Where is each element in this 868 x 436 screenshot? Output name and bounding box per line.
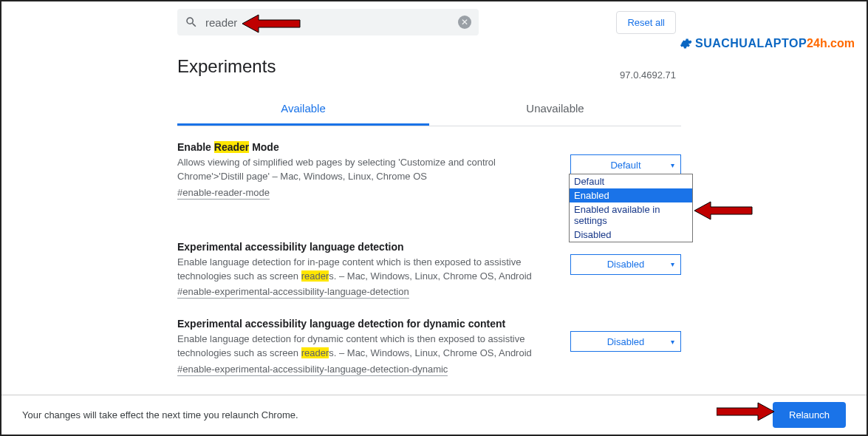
- tab-unavailable[interactable]: Unavailable: [429, 95, 681, 126]
- flag-title: Experimental accessibility language dete…: [177, 318, 681, 330]
- clear-search-icon[interactable]: ✕: [458, 16, 471, 29]
- flag-select[interactable]: Disabled ▾: [570, 254, 681, 275]
- flag-accessibility-lang-detection: Experimental accessibility language dete…: [177, 241, 681, 299]
- flag-select[interactable]: Disabled ▾: [570, 331, 681, 352]
- tab-available[interactable]: Available: [177, 95, 429, 126]
- tabs: Available Unavailable: [177, 95, 681, 126]
- flag-select[interactable]: Default ▾: [570, 154, 681, 175]
- svg-marker-0: [242, 15, 300, 33]
- page-title: Experiments: [177, 56, 867, 77]
- highlight: Reader: [214, 141, 249, 153]
- flag-hash-link[interactable]: #enable-experimental-accessibility-langu…: [177, 286, 409, 299]
- relaunch-button[interactable]: Relaunch: [773, 402, 846, 428]
- chevron-down-icon: ▾: [671, 161, 674, 169]
- select-value: Default: [610, 160, 640, 171]
- search-icon: [185, 16, 198, 29]
- watermark-text-blue: SUACHUALAPTOP: [695, 37, 807, 50]
- annotation-arrow-dropdown: [694, 200, 753, 222]
- watermark-text-orange: 24h.com: [807, 37, 855, 50]
- dropdown-option-disabled[interactable]: Disabled: [570, 228, 692, 242]
- chevron-down-icon: ▾: [671, 260, 674, 268]
- flag-description: Allows viewing of simplified web pages b…: [177, 156, 547, 184]
- flag-title: Experimental accessibility language dete…: [177, 241, 681, 253]
- gear-icon: [679, 37, 692, 50]
- version-label: 97.0.4692.71: [620, 69, 676, 81]
- dropdown-option-default[interactable]: Default: [570, 174, 692, 188]
- flag-enable-reader-mode: Enable Reader Mode Allows viewing of sim…: [177, 141, 681, 200]
- chevron-down-icon: ▾: [671, 338, 674, 346]
- select-value: Disabled: [607, 259, 645, 270]
- highlight: reader: [301, 347, 329, 358]
- flag-select-dropdown: Default Enabled Enabled available in set…: [569, 174, 693, 242]
- annotation-arrow-search: [242, 13, 301, 35]
- svg-marker-1: [694, 202, 752, 219]
- reset-all-button[interactable]: Reset all: [616, 11, 676, 34]
- flag-hash-link[interactable]: #enable-experimental-accessibility-langu…: [177, 364, 448, 376]
- annotation-arrow-relaunch: [717, 401, 776, 423]
- flag-accessibility-lang-detection-dynamic: Experimental accessibility language dete…: [177, 318, 681, 376]
- highlight: reader: [301, 270, 329, 282]
- dropdown-option-enabled-settings[interactable]: Enabled available in settings: [570, 202, 692, 228]
- flag-description: Enable language detection for in-page co…: [177, 256, 547, 284]
- watermark-logo: SUACHUALAPTOP24h.com: [679, 37, 855, 50]
- svg-marker-2: [717, 403, 774, 420]
- search-box[interactable]: ✕: [177, 9, 479, 35]
- footer-message: Your changes will take effect the next t…: [22, 409, 298, 420]
- flag-title: Enable Reader Mode: [177, 141, 681, 153]
- select-value: Disabled: [607, 336, 645, 347]
- dropdown-option-enabled[interactable]: Enabled: [570, 188, 692, 202]
- flag-hash-link[interactable]: #enable-reader-mode: [177, 187, 270, 200]
- flag-description: Enable language detection for dynamic co…: [177, 333, 547, 361]
